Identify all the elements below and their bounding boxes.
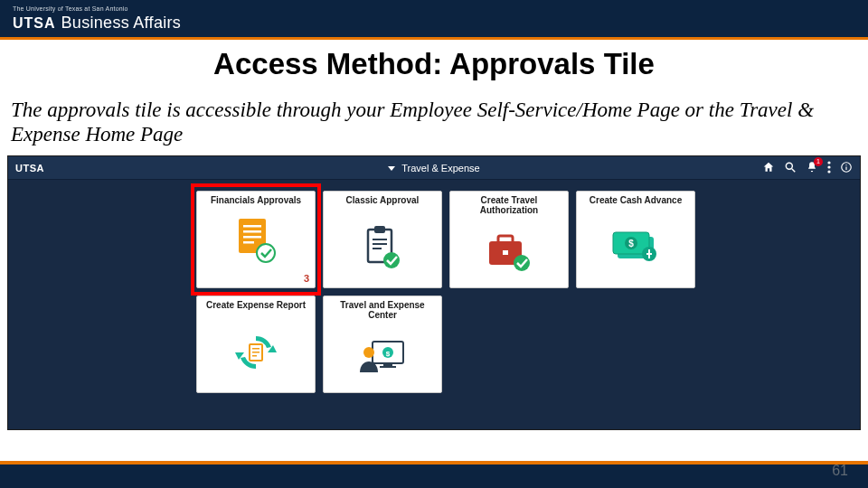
app-page-dropdown[interactable]: Travel & Expense: [8, 163, 860, 174]
svg-point-6: [845, 164, 846, 165]
body-text: The approvals tile is accessible through…: [0, 98, 868, 155]
header-strip: The University of Texas at San Antonio U…: [0, 0, 868, 40]
svg-rect-32: [252, 348, 259, 350]
tile-row-1: Financials Approvals 3 Classic Approval …: [8, 180, 860, 288]
svg-rect-15: [374, 226, 385, 233]
tile-travel-expense-center[interactable]: Travel and Expense Center $: [323, 296, 442, 393]
clipboard-check-icon: [363, 207, 402, 287]
bell-badge: 1: [814, 157, 823, 166]
logo-subtitle: The University of Texas at San Antonio: [13, 5, 181, 12]
svg-rect-21: [498, 236, 513, 243]
app-brand: UTSA: [15, 163, 44, 174]
briefcase-check-icon: [486, 217, 533, 287]
svg-rect-17: [373, 243, 387, 245]
svg-rect-10: [243, 230, 261, 233]
tile-create-expense-report[interactable]: Create Expense Report: [196, 296, 316, 393]
svg-point-23: [514, 255, 530, 271]
svg-point-4: [827, 170, 830, 173]
kebab-menu-icon[interactable]: [827, 161, 831, 175]
tile-title: Create Expense Report: [197, 296, 315, 312]
info-icon[interactable]: [840, 161, 853, 175]
tile-title: Create Travel Authorization: [450, 192, 568, 217]
svg-point-0: [786, 163, 792, 169]
svg-rect-22: [503, 250, 508, 255]
svg-point-3: [827, 165, 830, 168]
svg-point-2: [827, 161, 830, 164]
logo-ba-text: Business Affairs: [61, 14, 182, 33]
app-page-label: Travel & Expense: [401, 163, 479, 174]
person-monitor-icon: $: [358, 322, 407, 392]
search-icon[interactable]: [784, 161, 797, 175]
refresh-doc-icon: [233, 312, 278, 392]
logo-utsa-text: UTSA: [13, 15, 56, 32]
svg-rect-9: [243, 225, 261, 228]
footer-navy-bar: [0, 465, 868, 488]
svg-rect-18: [373, 248, 382, 249]
tile-row-2: Create Expense Report Travel and Expense…: [8, 288, 860, 393]
svg-rect-12: [243, 241, 254, 244]
svg-rect-37: [380, 366, 396, 368]
home-icon[interactable]: [762, 161, 775, 175]
tile-create-cash-advance[interactable]: Create Cash Advance $: [576, 191, 695, 288]
tile-create-travel-auth[interactable]: Create Travel Authorization: [449, 191, 569, 288]
svg-rect-36: [383, 363, 392, 366]
utsa-logo: The University of Texas at San Antonio U…: [13, 5, 181, 33]
page-number: 61: [832, 463, 848, 479]
app-screenshot: UTSA Travel & Expense 1: [7, 155, 861, 430]
notification-bell[interactable]: 1: [806, 161, 818, 175]
svg-rect-16: [373, 239, 387, 240]
tile-title: Classic Approval: [324, 192, 441, 207]
tile-title: Create Cash Advance: [577, 192, 694, 207]
tile-financials-approvals[interactable]: Financials Approvals 3: [196, 191, 316, 288]
tile-badge-count: 3: [304, 273, 309, 284]
svg-rect-34: [252, 355, 257, 357]
svg-line-1: [792, 169, 796, 173]
cash-icon: $: [610, 207, 661, 287]
svg-point-13: [257, 244, 275, 262]
svg-text:$: $: [628, 239, 634, 249]
svg-text:$: $: [386, 350, 391, 358]
tile-title: Financials Approvals: [197, 192, 315, 207]
tile-classic-approval[interactable]: Classic Approval: [323, 191, 442, 288]
svg-rect-33: [252, 352, 259, 353]
svg-point-19: [383, 252, 400, 268]
app-topbar: UTSA Travel & Expense 1: [8, 156, 860, 180]
slide: The University of Texas at San Antonio U…: [0, 0, 868, 488]
svg-rect-11: [243, 236, 261, 239]
caret-down-icon: [388, 166, 395, 171]
svg-point-40: [363, 347, 374, 358]
doc-check-icon: [235, 207, 277, 273]
tile-title: Travel and Expense Center: [324, 296, 441, 322]
page-title: Access Method: Approvals Tile: [0, 47, 868, 81]
